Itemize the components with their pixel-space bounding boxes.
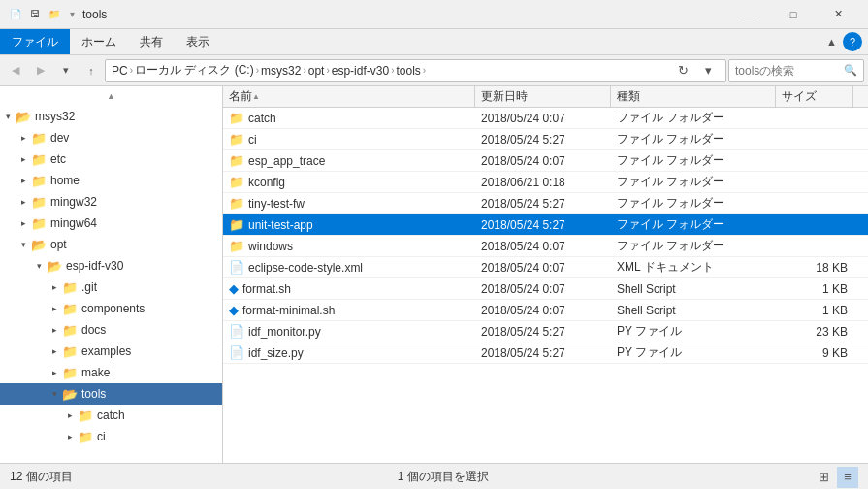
file-name: format-minimal.sh	[242, 304, 335, 317]
file-type-cell: ファイル フォルダー	[611, 129, 776, 149]
file-row[interactable]: 📁catch2018/05/24 0:07ファイル フォルダー	[223, 108, 868, 129]
sidebar-item-opt[interactable]: ▾📂opt	[0, 234, 222, 255]
expander-catch[interactable]: ▸	[62, 405, 78, 426]
file-row[interactable]: 📁windows2018/05/24 0:07ファイル フォルダー	[223, 236, 868, 257]
expander-msys32[interactable]: ▾	[0, 106, 16, 127]
file-list-header: 名前 ▲ 更新日時 種類 サイズ	[223, 86, 868, 108]
breadcrumb-msys32[interactable]: msys32	[261, 64, 301, 78]
file-type-cell: ファイル フォルダー	[611, 193, 776, 213]
expander-home[interactable]: ▸	[16, 170, 31, 191]
search-input[interactable]	[735, 64, 844, 78]
breadcrumb[interactable]: PC › ローカル ディスク (C:) › msys32 › opt › esp…	[105, 59, 726, 82]
file-type-cell: Shell Script	[611, 300, 776, 320]
expander-opt[interactable]: ▾	[16, 234, 31, 255]
minimize-button[interactable]: —	[726, 0, 771, 29]
file-date-cell: 2018/05/24 5:27	[475, 321, 611, 342]
expander-mingw32[interactable]: ▸	[16, 191, 31, 212]
expander-dev[interactable]: ▸	[16, 127, 31, 148]
file-rows: 📁catch2018/05/24 0:07ファイル フォルダー📁ci2018/0…	[223, 108, 868, 364]
folder-icon-examples: 📁	[62, 344, 78, 359]
expander-etc[interactable]: ▸	[16, 148, 31, 170]
expander-make[interactable]: ▸	[47, 362, 62, 383]
maximize-button[interactable]: □	[771, 0, 816, 29]
help-button[interactable]: ?	[843, 32, 862, 51]
tree-label-opt: opt	[50, 238, 67, 251]
expander-tools[interactable]: ▾	[47, 383, 62, 405]
sidebar-item-mingw32[interactable]: ▸📁mingw32	[0, 191, 222, 212]
folder-icon-catch: 📁	[78, 408, 93, 423]
file-type-cell: Shell Script	[611, 278, 776, 299]
file-name: eclipse-code-style.xml	[248, 261, 363, 275]
file-name: windows	[248, 240, 293, 253]
dropdown-path-button[interactable]: ▾	[696, 59, 720, 82]
expander-ci[interactable]: ▸	[62, 426, 78, 447]
tree-label-docs: docs	[81, 323, 106, 337]
sh-icon: ◆	[229, 281, 239, 296]
search-bar[interactable]: 🔍	[728, 59, 864, 82]
title-controls: — □ ✕	[726, 0, 860, 29]
sidebar-item-examples[interactable]: ▸📁examples	[0, 341, 222, 362]
col-header-name[interactable]: 名前 ▲	[223, 86, 475, 107]
breadcrumb-opt[interactable]: opt	[308, 64, 325, 78]
title-folder-icon: 📁	[47, 7, 62, 22]
file-name: esp_app_trace	[248, 154, 325, 168]
file-row[interactable]: 📄idf_size.py2018/05/24 5:27PY ファイル9 KB	[223, 342, 868, 364]
file-type-cell: ファイル フォルダー	[611, 214, 776, 235]
file-row[interactable]: 📁tiny-test-fw2018/05/24 5:27ファイル フォルダー	[223, 193, 868, 214]
details-view-button[interactable]: ≡	[837, 467, 858, 488]
file-row[interactable]: 📁ci2018/05/24 5:27ファイル フォルダー	[223, 129, 868, 150]
sidebar-item-home[interactable]: ▸📁home	[0, 170, 222, 191]
file-size-cell: 1 KB	[776, 300, 853, 320]
file-row[interactable]: ◆format.sh2018/05/24 0:07Shell Script1 K…	[223, 278, 868, 300]
expander-components[interactable]: ▸	[47, 298, 62, 319]
expander-docs[interactable]: ▸	[47, 319, 62, 341]
file-row[interactable]: 📄idf_monitor.py2018/05/24 5:27PY ファイル23 …	[223, 321, 868, 342]
sidebar-item--git[interactable]: ▸📁.git	[0, 277, 222, 298]
col-header-size[interactable]: サイズ	[776, 86, 853, 107]
ribbon-tabs: ファイル ホーム 共有 表示 ▲ ?	[0, 29, 868, 54]
refresh-button[interactable]: ↻	[671, 59, 694, 82]
file-name-cell: 📄eclipse-code-style.xml	[223, 257, 475, 277]
sidebar-item-catch[interactable]: ▸📁catch	[0, 405, 222, 426]
sidebar-item-mingw64[interactable]: ▸📁mingw64	[0, 212, 222, 234]
tab-file[interactable]: ファイル	[0, 29, 70, 54]
expander-examples[interactable]: ▸	[47, 341, 62, 362]
sidebar-item-etc[interactable]: ▸📁etc	[0, 148, 222, 170]
sidebar-item-msys32[interactable]: ▾📂msys32	[0, 106, 222, 127]
expander-.git[interactable]: ▸	[47, 277, 62, 298]
sidebar-item-esp-idf-v30[interactable]: ▾📂esp-idf-v30	[0, 255, 222, 277]
sidebar-item-dev[interactable]: ▸📁dev	[0, 127, 222, 148]
close-button[interactable]: ✕	[816, 0, 860, 29]
list-view-button[interactable]: ⊞	[814, 467, 835, 488]
folder-icon-components: 📁	[62, 302, 78, 316]
py-icon: 📄	[229, 324, 244, 339]
expander-esp-idf-v30[interactable]: ▾	[31, 255, 47, 277]
up-button[interactable]: ↑	[80, 59, 103, 82]
breadcrumb-tools[interactable]: tools	[396, 64, 420, 78]
col-header-type[interactable]: 種類	[611, 86, 776, 107]
breadcrumb-drive[interactable]: ローカル ディスク (C:)	[135, 62, 254, 79]
file-row[interactable]: 📁esp_app_trace2018/05/24 0:07ファイル フォルダー	[223, 150, 868, 172]
col-header-date[interactable]: 更新日時	[475, 86, 611, 107]
file-row[interactable]: 📁unit-test-app2018/05/24 5:27ファイル フォルダー	[223, 214, 868, 236]
sidebar-item-ci[interactable]: ▸📁ci	[0, 426, 222, 447]
tab-share[interactable]: 共有	[128, 29, 175, 54]
forward-button[interactable]: ▶	[29, 59, 52, 82]
expander-mingw64[interactable]: ▸	[16, 212, 31, 234]
breadcrumb-esp[interactable]: esp-idf-v30	[332, 64, 389, 78]
tab-home[interactable]: ホーム	[70, 29, 128, 54]
dropdown-button[interactable]: ▾	[54, 59, 78, 82]
back-button[interactable]: ◀	[4, 59, 27, 82]
sidebar-item-tools[interactable]: ▾📂tools	[0, 383, 222, 405]
file-row[interactable]: 📄eclipse-code-style.xml2018/05/24 0:07XM…	[223, 257, 868, 278]
sidebar-item-components[interactable]: ▸📁components	[0, 298, 222, 319]
breadcrumb-pc[interactable]: PC	[112, 64, 128, 78]
file-row[interactable]: ◆format-minimal.sh2018/05/24 0:07Shell S…	[223, 300, 868, 321]
sidebar-item-make[interactable]: ▸📁make	[0, 362, 222, 383]
folder-icon-docs: 📁	[62, 323, 78, 338]
ribbon-collapse-button[interactable]: ▲	[826, 36, 837, 48]
tab-view[interactable]: 表示	[175, 29, 221, 54]
sidebar-item-docs[interactable]: ▸📁docs	[0, 319, 222, 341]
file-row[interactable]: 📁kconfig2018/06/21 0:18ファイル フォルダー	[223, 172, 868, 193]
file-size-cell	[776, 172, 853, 192]
